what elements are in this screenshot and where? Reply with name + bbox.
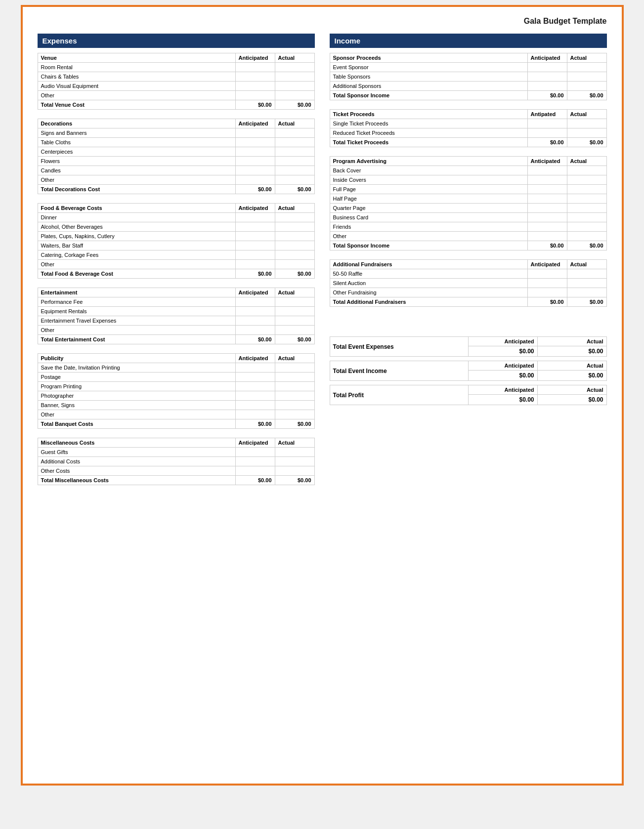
ticket-total-anticipated: $0.00 <box>527 138 567 147</box>
venue-header: Venue <box>38 53 235 63</box>
table-row: Full Page <box>330 185 606 194</box>
decorations-anticipated-header: Anticipated <box>235 119 275 128</box>
fundraisers-header: Additional Fundraisers <box>330 260 527 269</box>
venue-total-actual: $0.00 <box>275 100 314 110</box>
table-row: Waiters, Bar Staff <box>38 241 314 250</box>
misc-total-anticipated: $0.00 <box>235 476 275 485</box>
table-row: Other <box>38 326 314 335</box>
expenses-header: Expenses <box>38 34 315 48</box>
income-column: Income Sponsor Proceeds Anticipated Actu… <box>330 34 607 494</box>
publicity-header: Publicity <box>38 354 235 363</box>
total-profit-summary: Total Profit Anticipated Actual $0.00 $0… <box>330 385 607 405</box>
entertainment-table: Entertainment Anticipated Actual Perform… <box>38 288 315 344</box>
fundraisers-total-actual: $0.00 <box>567 297 606 307</box>
sponsor-total-anticipated: $0.00 <box>527 91 567 100</box>
misc-total-row: Total Miscellaneous Costs $0.00 $0.00 <box>38 476 314 485</box>
venue-actual-header: Actual <box>275 53 314 63</box>
total-profit-actual-header: Actual <box>537 385 606 395</box>
fundraisers-table: Additional Fundraisers Anticipated Actua… <box>330 259 607 307</box>
misc-actual-header: Actual <box>275 438 314 448</box>
ticket-total-label: Total Ticket Proceeds <box>330 138 527 147</box>
publicity-anticipated-header: Anticipated <box>235 354 275 363</box>
total-expenses-label: Total Event Expenses <box>330 337 468 357</box>
total-expenses-summary: Total Event Expenses Anticipated Actual … <box>330 336 607 357</box>
fundraisers-anticipated-header: Anticipated <box>527 260 567 269</box>
decorations-table: Decorations Anticipated Actual Signs and… <box>38 119 315 194</box>
program-header: Program Advertising <box>330 157 527 166</box>
total-profit-anticipated-header: Anticipated <box>468 385 537 395</box>
table-row: Alcohol, Other Beverages <box>38 222 314 232</box>
entertainment-total-anticipated: $0.00 <box>235 335 275 344</box>
summary-section: Total Event Expenses Anticipated Actual … <box>330 336 607 405</box>
ticket-header: Ticket Proceeds <box>330 110 527 119</box>
publicity-total-actual: $0.00 <box>275 419 314 429</box>
table-row: Performance Fee <box>38 297 314 307</box>
total-expenses-actual-header: Actual <box>537 337 606 346</box>
total-income-actual-value: $0.00 <box>537 371 606 381</box>
table-row: Other Costs <box>38 466 314 476</box>
sponsor-anticipated-header: Anticipated <box>527 53 567 63</box>
table-row: Half Page <box>330 194 606 204</box>
table-row: Back Cover <box>330 166 606 175</box>
table-row: Photographer <box>38 391 314 401</box>
total-income-actual-header: Actual <box>537 361 606 371</box>
publicity-total-row: Total Banquet Costs $0.00 $0.00 <box>38 419 314 429</box>
table-row: Single Ticket Proceeds <box>330 119 606 128</box>
food-total-label: Total Food & Beverage Cost <box>38 269 235 279</box>
sponsor-table: Sponsor Proceeds Anticipated Actual Even… <box>330 53 607 100</box>
table-row: Event Sponsor <box>330 63 606 72</box>
fundraisers-total-anticipated: $0.00 <box>527 297 567 307</box>
ticket-total-row: Total Ticket Proceeds $0.00 $0.00 <box>330 138 606 147</box>
table-row: Banner, Signs <box>38 401 314 410</box>
publicity-actual-header: Actual <box>275 354 314 363</box>
total-profit-label: Total Profit <box>330 385 468 405</box>
total-income-summary: Total Event Income Anticipated Actual $0… <box>330 361 607 381</box>
program-actual-header: Actual <box>567 157 606 166</box>
table-row: Catering, Corkage Fees <box>38 250 314 260</box>
table-row: Plates, Cups, Napkins, Cutlery <box>38 232 314 241</box>
entertainment-header: Entertainment <box>38 288 235 297</box>
entertainment-total-actual: $0.00 <box>275 335 314 344</box>
venue-table: Venue Anticipated Actual Room Rental Cha… <box>38 53 315 110</box>
table-row: Audio Visual Equipment <box>38 82 314 91</box>
table-row: Postage <box>38 373 314 382</box>
table-row: Other <box>38 91 314 100</box>
miscellaneous-table: Miscellaneous Costs Anticipated Actual G… <box>38 438 315 485</box>
program-total-row: Total Sponsor Income $0.00 $0.00 <box>330 241 606 250</box>
table-row: Other <box>38 260 314 269</box>
misc-total-actual: $0.00 <box>275 476 314 485</box>
table-row: Silent Auction <box>330 279 606 288</box>
program-total-actual: $0.00 <box>567 241 606 250</box>
misc-header: Miscellaneous Costs <box>38 438 235 448</box>
program-advertising-table: Program Advertising Anticipated Actual B… <box>330 156 607 250</box>
entertainment-actual-header: Actual <box>275 288 314 297</box>
sponsor-total-label: Total Sponsor Income <box>330 91 527 100</box>
table-row: Centerpieces <box>38 147 314 157</box>
table-row: Signs and Banners <box>38 128 314 138</box>
food-anticipated-header: Anticipated <box>235 204 275 213</box>
table-row: Other <box>38 410 314 419</box>
income-header: Income <box>330 34 607 48</box>
entertainment-total-row: Total Entertainment Cost $0.00 $0.00 <box>38 335 314 344</box>
misc-total-label: Total Miscellaneous Costs <box>38 476 235 485</box>
total-income-anticipated-value: $0.00 <box>468 371 537 381</box>
venue-total-row: Total Venue Cost $0.00 $0.00 <box>38 100 314 110</box>
ticket-anticipated-header: Antipated <box>527 110 567 119</box>
publicity-total-anticipated: $0.00 <box>235 419 275 429</box>
table-row: Inside Covers <box>330 175 606 185</box>
table-row: Dinner <box>38 213 314 222</box>
total-profit-actual-value: $0.00 <box>537 395 606 405</box>
page-wrapper: Gala Budget Template Expenses Venue Anti… <box>21 5 624 786</box>
table-row: Other Fundraising <box>330 288 606 297</box>
total-income-label: Total Event Income <box>330 361 468 381</box>
table-row: 50-50 Raffle <box>330 269 606 279</box>
table-row: Other <box>38 175 314 185</box>
fundraisers-actual-header: Actual <box>567 260 606 269</box>
table-row: Equipment Rentals <box>38 307 314 316</box>
venue-total-anticipated: $0.00 <box>235 100 275 110</box>
food-actual-header: Actual <box>275 204 314 213</box>
decorations-total-label: Total Decorations Cost <box>38 185 235 194</box>
program-total-anticipated: $0.00 <box>527 241 567 250</box>
total-profit-anticipated-value: $0.00 <box>468 395 537 405</box>
table-row: Reduced Ticket Proceeds <box>330 128 606 138</box>
